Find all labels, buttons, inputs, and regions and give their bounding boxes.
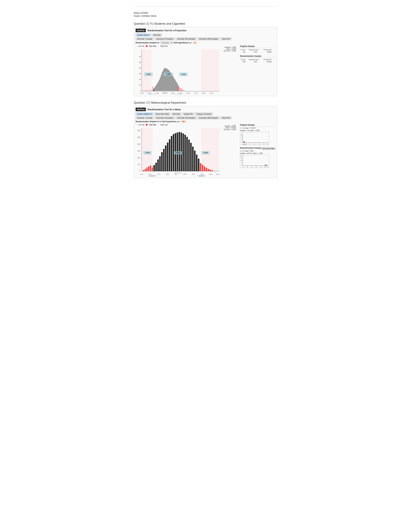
svg-rect-88 (142, 128, 153, 171)
svg-point-184 (266, 165, 267, 165)
q17-custom-dataset-btn[interactable]: Custom Dataset ▼ (136, 113, 153, 115)
svg-text:0.425: 0.425 (148, 92, 151, 94)
q2-variable-select[interactable]: Proportion (160, 41, 173, 44)
q2-orig-table: Count Sample Size Proportion 18 275 0.06… (240, 48, 275, 53)
q2-gen1000-btn[interactable]: Generate 1000 Samples (198, 38, 220, 40)
svg-rect-99 (159, 156, 161, 171)
svg-point-15 (147, 90, 148, 91)
q2-null-label: Null hypothesis: p = (174, 42, 192, 44)
q2-side-panel: Original Sample Count Sample Size Propor… (240, 45, 275, 95)
q2-original-sample: Original Sample Count Sample Size Propor… (240, 45, 275, 53)
q17-rand-mini-chart: 0 5 10 15 20 70 75 80 85 90 95 (240, 155, 269, 168)
question2-section: Question 2) TU Students and Cigarettes S… (134, 22, 277, 96)
q2-edit-data-btn[interactable]: Edit Data (152, 34, 162, 37)
svg-rect-113 (186, 137, 188, 171)
q17-show-data-table-btn[interactable]: Show Data Table (154, 113, 170, 115)
svg-text:0: 0 (140, 90, 141, 92)
q2-btn-row1: Custom Data ▼ Edit Data (136, 34, 275, 37)
q17-change-columns-btn[interactable]: Change Column(s) (195, 113, 213, 115)
svg-rect-26 (158, 82, 159, 91)
svg-text:101.0: 101.0 (216, 173, 220, 175)
svg-rect-33 (165, 68, 165, 91)
svg-rect-50 (181, 89, 182, 91)
svg-point-14 (146, 90, 147, 91)
svg-rect-25 (157, 83, 158, 91)
q2-header: StatKey Randomization Test for a Proport… (136, 28, 275, 32)
q2-stat-stderror: std. error = 0.030 (224, 50, 236, 52)
q2-stats-box: samples = 1000 mean = 0.500 std. error =… (224, 47, 236, 52)
q2-gen100-btn[interactable]: Generate 100 Samples (176, 38, 197, 40)
svg-rect-9 (142, 49, 152, 91)
svg-text:10: 10 (241, 160, 242, 161)
q2-right-tail-label: Right Tail (160, 45, 168, 47)
svg-text:20: 20 (241, 155, 242, 157)
q2-rand-header-count: Count (240, 58, 248, 61)
q17-gen100-btn[interactable]: Generate 100 Samples (176, 116, 197, 119)
svg-rect-23 (155, 86, 156, 91)
svg-text:15: 15 (241, 157, 242, 159)
svg-text:95: 95 (264, 166, 265, 168)
q17-tail-row: □ Left Tail Two-Tail □ Right Tail (136, 124, 238, 126)
q17-orig-info: n = 6, mean = 70.333 (240, 127, 275, 129)
svg-rect-117 (194, 151, 196, 171)
q2-rand-prop: 0.520 (263, 61, 275, 63)
q17-gen1000-btn[interactable]: Generate 1000 Samples (198, 116, 220, 119)
q17-statkey-logo: StatKey (136, 107, 146, 111)
svg-rect-103 (167, 142, 168, 171)
q17-chart-wrapper: □ Left Tail Two-Tail □ Right Tail sample… (136, 124, 238, 176)
svg-rect-126 (211, 170, 213, 171)
svg-point-165 (244, 141, 244, 142)
svg-text:15: 15 (241, 134, 242, 136)
q17-null-value-input[interactable] (181, 120, 188, 123)
svg-rect-54 (153, 89, 154, 91)
q2-orig-row: 18 275 0.065 (240, 51, 275, 53)
svg-rect-121 (202, 165, 203, 171)
svg-rect-30 (162, 72, 162, 91)
q2-left-tail-label: Left Tail (138, 45, 144, 47)
q17-stats-box: samples = 3000 mean = 98.601 std. error … (224, 125, 236, 130)
q2-statkey-container: StatKey Randomization Test for a Proport… (134, 27, 277, 96)
svg-text:0.560: 0.560 (176, 94, 180, 95)
q2-rand-title: Randomization Sample (240, 55, 275, 58)
q2-gen1-btn[interactable]: Generate 1 Sample (136, 38, 154, 40)
svg-text:80: 80 (254, 143, 255, 145)
q17-edit-data-btn[interactable]: Edit Data (171, 113, 181, 115)
q2-rand-count: 143 (240, 61, 248, 63)
q2-orig-header-prop: Proportion (263, 48, 275, 51)
svg-rect-35 (167, 69, 167, 91)
svg-text:75: 75 (247, 166, 248, 168)
q17-title: Question 17) Meteorological Department (134, 101, 277, 104)
q2-gen10-btn[interactable]: Generate 10 Samples (155, 38, 175, 40)
svg-text:75: 75 (249, 143, 250, 145)
svg-text:5: 5 (242, 139, 242, 141)
svg-point-183 (265, 165, 266, 165)
svg-text:0.040: 0.040 (145, 152, 150, 154)
q17-barchart-svg: 0 50 100 150 200 250 300 (136, 126, 221, 176)
svg-point-13 (145, 90, 146, 91)
svg-text:5: 5 (242, 162, 242, 163)
q2-chart-wrapper: □ Left Tail Two-Tail □ Right Tail sample… (136, 45, 238, 95)
q17-header: StatKey Randomization Test for a Mean (136, 107, 275, 111)
svg-rect-112 (184, 135, 186, 171)
q2-null-value-input[interactable] (193, 41, 200, 44)
q17-gen1-btn[interactable]: Generate 1 Sample (136, 116, 154, 119)
q17-original-sample: Original Sample n = 6, mean = 70.333 med… (240, 124, 275, 145)
q17-stat-stderror: std. error = 0.693 (224, 129, 236, 130)
svg-rect-114 (188, 140, 190, 171)
svg-rect-89 (201, 128, 219, 171)
q17-rand-info: n = 6, mean = 99.6 (240, 150, 275, 152)
q17-upload-file-btn[interactable]: Upload File (182, 113, 194, 115)
q17-rand-show-data-btn[interactable]: Show Data Table (262, 147, 275, 150)
svg-text:70.333: 70.333 (242, 144, 245, 145)
svg-text:97.5: 97.5 (158, 173, 160, 175)
svg-rect-105 (171, 136, 172, 171)
svg-text:30: 30 (139, 73, 141, 75)
q2-two-tail-label: Two-Tail (149, 45, 156, 47)
q17-gen10-btn[interactable]: Generate 10 Samples (155, 116, 175, 119)
q17-rand-info2: median = 99.767, stdev = 1.862 (240, 152, 275, 154)
q17-reset-btn[interactable]: Reset Plot (221, 116, 232, 119)
q2-reset-btn[interactable]: Reset Plot (221, 38, 232, 40)
svg-text:99.5: 99.5 (192, 173, 195, 175)
q2-custom-data-btn[interactable]: Custom Data ▼ (136, 34, 151, 37)
q2-dotplot-svg: 0 10 20 30 40 50 60 (136, 48, 221, 95)
